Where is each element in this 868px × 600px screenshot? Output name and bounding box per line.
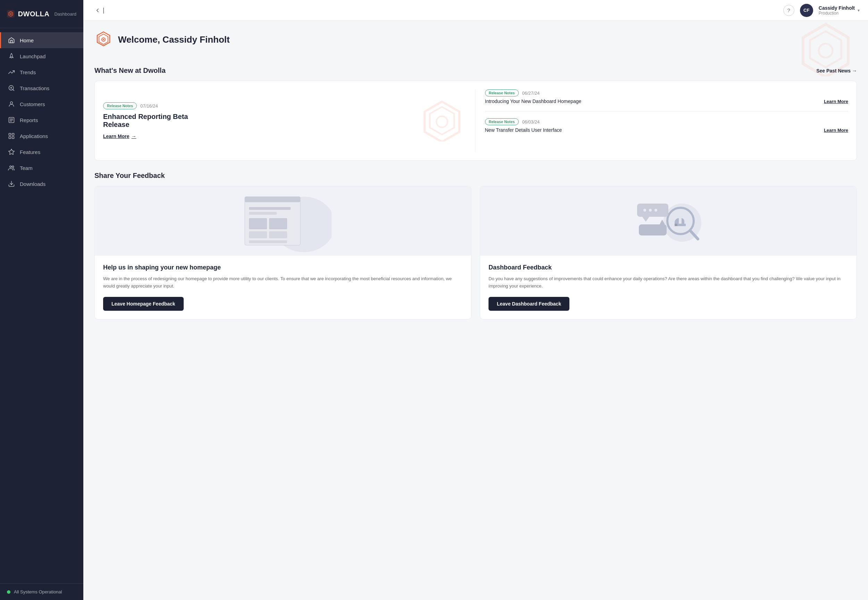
- news-side-learn-more-0[interactable]: Learn More: [824, 99, 848, 104]
- news-side-date-1: 06/03/24: [522, 119, 540, 124]
- news-side-learn-more-1[interactable]: Learn More: [824, 127, 848, 133]
- features-icon: [8, 148, 15, 155]
- sidebar-item-home[interactable]: Home: [0, 32, 83, 48]
- page-content: Welcome, Cassidy Finholt What's New at D…: [83, 21, 868, 600]
- news-main-date: 07/16/24: [140, 103, 158, 109]
- sidebar-item-customers[interactable]: Customers: [0, 96, 83, 112]
- sidebar-footer: All Systems Operational: [0, 583, 83, 600]
- welcome-logo-icon: [94, 30, 112, 48]
- svg-point-15: [103, 39, 104, 40]
- sidebar-item-applications-label: Applications: [20, 133, 48, 139]
- dwolla-logo-icon: [7, 8, 15, 20]
- topbar: | ? CF Cassidy Finholt Production ▾: [83, 0, 868, 21]
- chevron-down-icon: ▾: [857, 8, 860, 13]
- user-name: Cassidy Finholt: [819, 5, 855, 11]
- sidebar-item-home-label: Home: [20, 38, 34, 43]
- sidebar-item-team[interactable]: Team: [0, 160, 83, 176]
- news-side-meta-0: Release Notes 06/27/24: [485, 89, 848, 96]
- background-watermark: [794, 21, 857, 76]
- dashboard-label: Dashboard: [54, 11, 76, 17]
- sidebar-item-customers-label: Customers: [20, 101, 45, 107]
- logo-text: DWOLLA: [18, 10, 50, 18]
- sidebar-item-launchpad[interactable]: Launchpad: [0, 48, 83, 64]
- svg-point-12: [12, 166, 14, 168]
- sidebar: DWOLLA Dashboard Home Launchpad Trends: [0, 0, 83, 600]
- feedback-card-dashboard: Dashboard Feedback Do you have any sugge…: [480, 186, 857, 320]
- welcome-header: Welcome, Cassidy Finholt: [94, 30, 857, 56]
- svg-point-17: [436, 116, 447, 127]
- news-main-learn-more[interactable]: Learn More →: [103, 133, 467, 139]
- topbar-right: ? CF Cassidy Finholt Production ▾: [783, 4, 860, 17]
- news-main-meta: Release Notes 07/16/24: [103, 102, 467, 109]
- sidebar-item-transactions[interactable]: Transactions: [0, 80, 83, 96]
- svg-rect-9: [12, 136, 14, 139]
- launchpad-icon: [8, 53, 15, 60]
- svg-rect-21: [249, 207, 290, 210]
- svg-rect-25: [249, 231, 267, 238]
- svg-rect-20: [245, 197, 300, 202]
- svg-point-11: [10, 166, 11, 168]
- svg-rect-38: [675, 224, 677, 226]
- svg-marker-10: [9, 149, 15, 155]
- svg-point-16: [819, 44, 833, 58]
- leave-dashboard-feedback-button[interactable]: Leave Dashboard Feedback: [488, 297, 569, 311]
- news-side-item-0: Release Notes 06/27/24 Introducing Your …: [485, 89, 848, 104]
- svg-marker-32: [642, 217, 649, 222]
- news-side-articles: Release Notes 06/27/24 Introducing Your …: [475, 89, 848, 152]
- svg-rect-31: [637, 204, 668, 217]
- feedback-card-homepage: Help us in shaping your new homepage We …: [94, 186, 471, 320]
- user-info: Cassidy Finholt Production: [819, 5, 855, 16]
- back-divider: |: [103, 7, 105, 14]
- svg-point-33: [643, 209, 646, 212]
- reports-icon: [8, 117, 15, 123]
- whats-new-title: What's New at Dwolla: [94, 67, 166, 74]
- news-side-item-1: Release Notes 06/03/24 New Transfer Deta…: [485, 118, 848, 133]
- sidebar-item-features-label: Features: [20, 149, 40, 155]
- leave-homepage-feedback-button[interactable]: Leave Homepage Feedback: [103, 297, 184, 311]
- transactions-icon: [8, 85, 15, 92]
- status-indicator: [7, 590, 11, 594]
- dashboard-feedback-body: Dashboard Feedback Do you have any sugge…: [480, 256, 857, 319]
- svg-rect-8: [9, 136, 11, 139]
- dashboard-feedback-desc: Do you have any suggestions of improveme…: [488, 275, 848, 290]
- whats-new-section-header: What's New at Dwolla See Past News →: [94, 67, 857, 74]
- sidebar-item-reports-label: Reports: [20, 117, 38, 123]
- feedback-title: Share Your Feedback: [94, 172, 165, 180]
- sidebar-logo: DWOLLA Dashboard: [0, 0, 83, 28]
- news-side-title-0: Introducing Your New Dashboard Homepage: [485, 98, 582, 104]
- feedback-section-header: Share Your Feedback: [94, 172, 857, 180]
- feedback-grid: Help us in shaping your new homepage We …: [94, 186, 857, 320]
- topbar-left: |: [92, 5, 107, 16]
- svg-rect-26: [269, 231, 287, 238]
- news-main-article: Release Notes 07/16/24 Enhanced Reportin…: [103, 89, 475, 152]
- home-icon: [8, 37, 15, 44]
- user-dropdown[interactable]: Cassidy Finholt Production ▾: [819, 5, 860, 16]
- homepage-feedback-body: Help us in shaping your new homepage We …: [95, 256, 471, 319]
- sidebar-item-features[interactable]: Features: [0, 144, 83, 160]
- svg-rect-22: [249, 212, 277, 215]
- sidebar-item-applications[interactable]: Applications: [0, 128, 83, 144]
- svg-rect-7: [12, 133, 14, 136]
- trends-icon: [8, 69, 15, 76]
- sidebar-item-reports[interactable]: Reports: [0, 112, 83, 128]
- back-button[interactable]: |: [92, 5, 107, 16]
- dashboard-illustration: [480, 186, 857, 256]
- sidebar-item-transactions-label: Transactions: [20, 85, 49, 91]
- svg-point-1: [10, 13, 11, 15]
- news-side-badge-0: Release Notes: [485, 89, 519, 96]
- svg-rect-24: [269, 218, 287, 229]
- learn-more-arrow: →: [131, 133, 136, 139]
- sidebar-item-trends[interactable]: Trends: [0, 64, 83, 80]
- user-avatar: CF: [800, 4, 813, 17]
- help-button[interactable]: ?: [783, 5, 794, 16]
- svg-rect-36: [639, 224, 667, 235]
- sidebar-item-downloads[interactable]: Downloads: [0, 176, 83, 192]
- user-role: Production: [819, 11, 855, 16]
- downloads-icon: [8, 180, 15, 187]
- news-side-badge-1: Release Notes: [485, 118, 519, 125]
- svg-point-35: [654, 209, 657, 212]
- sidebar-item-team-label: Team: [20, 165, 33, 171]
- homepage-feedback-desc: We are in the process of redesigning our…: [103, 275, 463, 290]
- welcome-title: Welcome, Cassidy Finholt: [118, 34, 230, 45]
- sidebar-item-launchpad-label: Launchpad: [20, 53, 46, 59]
